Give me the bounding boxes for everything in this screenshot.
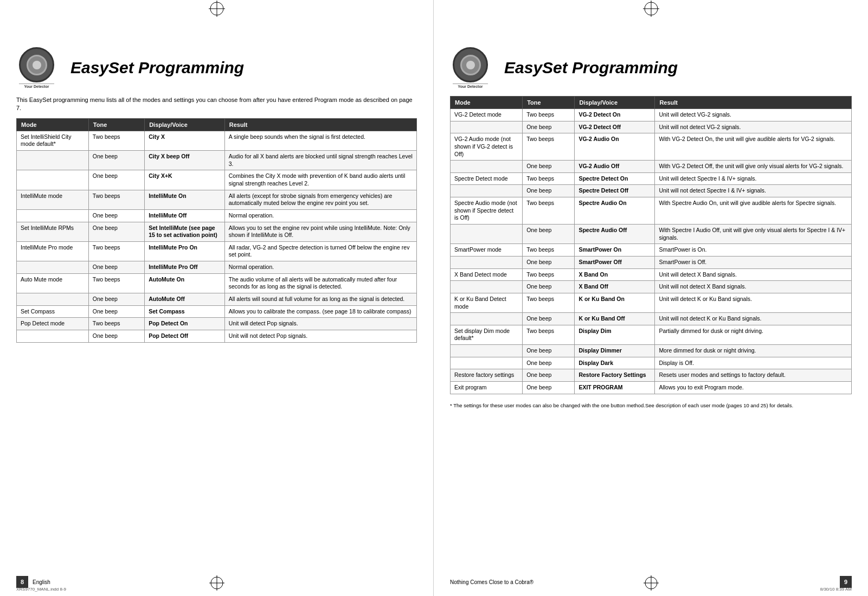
cell-result: Unit will not detect Pop signals. (224, 330, 416, 342)
cell-tone: One beep (523, 382, 575, 394)
cell-display: Spectre Audio Off (575, 225, 655, 244)
page-title-right: EasySet Programming (504, 59, 678, 77)
cell-display: VG-2 Audio Off (575, 161, 655, 173)
cell-mode: SmartPower mode (451, 244, 523, 257)
cell-result: With VG-2 Detect On, the unit will give … (655, 133, 852, 161)
cell-tone: Two beeps (523, 325, 575, 344)
cell-display: Pop Detect On (145, 318, 225, 330)
cell-display: Set Compass (145, 305, 225, 318)
cell-tone: One beep (523, 345, 575, 357)
cell-result: More dimmed for dusk or night driving. (655, 345, 852, 357)
cell-display: City X beep Off (145, 151, 225, 170)
cobra-slogan: Nothing Comes Close to a Cobra® (450, 579, 533, 585)
table-row: One beepVG-2 Audio OffWith VG-2 Detect O… (451, 161, 852, 173)
cell-display: SmartPower Off (575, 256, 655, 268)
table-row: Pop Detect modeTwo beepsPop Detect OnUni… (17, 318, 417, 330)
table-row: One beepSmartPower OffSmartPower is Off. (451, 256, 852, 268)
cell-tone: Two beeps (523, 172, 575, 185)
cell-tone: One beep (88, 151, 144, 170)
col-header-tone-r: Tone (523, 97, 575, 109)
page-label-left: English (33, 579, 50, 585)
cell-display: SmartPower On (575, 244, 655, 257)
table-row: X Band Detect modeTwo beepsX Band OnUnit… (451, 268, 852, 281)
cell-mode: Spectre Detect mode (451, 172, 523, 185)
cell-result: SmartPower is On. (655, 244, 852, 257)
cell-mode: Spectre Audio mode (not shown if Spectre… (451, 197, 523, 225)
cell-mode (451, 313, 523, 325)
cell-mode (17, 151, 89, 170)
cell-result: Audio for all X band alerts are blocked … (224, 151, 416, 170)
cell-tone: Two beeps (523, 133, 575, 161)
table-row: One beepK or Ku Band OffUnit will not de… (451, 313, 852, 325)
cell-result: Combines the City X mode with prevention… (224, 170, 416, 190)
detector-logo: Your Detector (16, 47, 57, 88)
cell-display: Restore Factory Settings (575, 369, 655, 382)
cell-tone: One beep (88, 330, 144, 342)
your-detector-label: Your Detector (19, 84, 54, 88)
cell-mode (451, 121, 523, 133)
cell-display: VG-2 Detect On (575, 109, 655, 121)
cell-mode (17, 293, 89, 306)
table-row: One beepCity X+KCombines the City X mode… (17, 170, 417, 190)
table-row: IntelliMute Pro modeTwo beepsIntelliMute… (17, 241, 417, 261)
col-header-display-r: Display/Voice (575, 97, 655, 109)
cell-result: Allows you to calibrate the compass. (se… (224, 305, 416, 318)
cell-result: Unit will detect K or Ku Band signals. (655, 293, 852, 312)
cell-result: Normal operation. (224, 209, 416, 222)
cell-display: IntelliMute Pro Off (145, 261, 225, 274)
cell-result: The audio volume of all alerts will be a… (224, 273, 416, 293)
cell-display: Spectre Detect On (575, 172, 655, 185)
table-row: Set IntelliMute RPMsOne beepSet IntelliM… (17, 222, 417, 241)
cell-mode (451, 256, 523, 268)
cell-display: K or Ku Band Off (575, 313, 655, 325)
cell-tone: Two beeps (88, 318, 144, 330)
table-row: VG-2 Detect modeTwo beepsVG-2 Detect OnU… (451, 109, 852, 121)
cell-result: SmartPower is Off. (655, 256, 852, 268)
cell-mode: Set IntelliMute RPMs (17, 222, 89, 241)
cell-result: A single beep sounds when the signal is … (224, 131, 416, 150)
cell-display: IntelliMute Pro On (145, 241, 225, 261)
table-row: One beepAutoMute OffAll alerts will soun… (17, 293, 417, 306)
cell-mode (17, 170, 89, 190)
cell-tone: One beep (523, 256, 575, 268)
programming-table-left: Mode Tone Display/Voice Result Set Intel… (16, 118, 417, 343)
page-number-right: 9 (840, 576, 852, 588)
table-row: One beepVG-2 Detect OffUnit will not det… (451, 121, 852, 133)
cell-tone: One beep (88, 222, 144, 241)
cell-tone: Two beeps (523, 109, 575, 121)
cell-mode (17, 330, 89, 342)
cell-result: Partially dimmed for dusk or night drivi… (655, 325, 852, 344)
cell-tone: Two beeps (523, 293, 575, 312)
cell-result: Allows you to exit Program mode. (655, 382, 852, 394)
cell-display: Display Dimmer (575, 345, 655, 357)
cell-result: Unit will not detect VG-2 signals. (655, 121, 852, 133)
cell-display: X Band On (575, 268, 655, 281)
cell-display: X Band Off (575, 281, 655, 293)
cell-mode: Pop Detect mode (17, 318, 89, 330)
table-row: Set display Dim mode default*Two beepsDi… (451, 325, 852, 344)
right-page: Your Detector EasySet Programming Mode T… (434, 0, 868, 596)
cell-mode: K or Ku Band Detect mode (451, 293, 523, 312)
cell-result: Unit will detect VG-2 signals. (655, 109, 852, 121)
cell-display: City X (145, 131, 225, 150)
cell-result: Resets user modes and settings to factor… (655, 369, 852, 382)
cell-tone: One beep (523, 313, 575, 325)
cell-result: Unit will detect Spectre I & IV+ signals… (655, 172, 852, 185)
cell-display: Pop Detect Off (145, 330, 225, 342)
left-page: Your Detector EasySet Programming This E… (0, 0, 434, 596)
col-header-display: Display/Voice (145, 118, 225, 131)
cell-mode: Auto Mute mode (17, 273, 89, 293)
table-row: One beepIntelliMute Pro OffNormal operat… (17, 261, 417, 274)
table-row: One beepSpectre Audio OffWith Spectre I … (451, 225, 852, 244)
cell-tone: Two beeps (88, 241, 144, 261)
cell-mode: Set Compass (17, 305, 89, 318)
cell-display: Display Dark (575, 357, 655, 369)
cell-mode (451, 225, 523, 244)
cell-result: Unit will not detect Spectre I & IV+ sig… (655, 185, 852, 197)
intro-text: This EasySet programming menu lists all … (0, 96, 433, 118)
cell-mode: X Band Detect mode (451, 268, 523, 281)
cell-mode: Set IntelliShield City mode default* (17, 131, 89, 150)
table-row: One beepX Band OffUnit will not detect X… (451, 281, 852, 293)
cell-mode: VG-2 Audio mode (not shown if VG-2 detec… (451, 133, 523, 161)
cell-display: Display Dim (575, 325, 655, 344)
